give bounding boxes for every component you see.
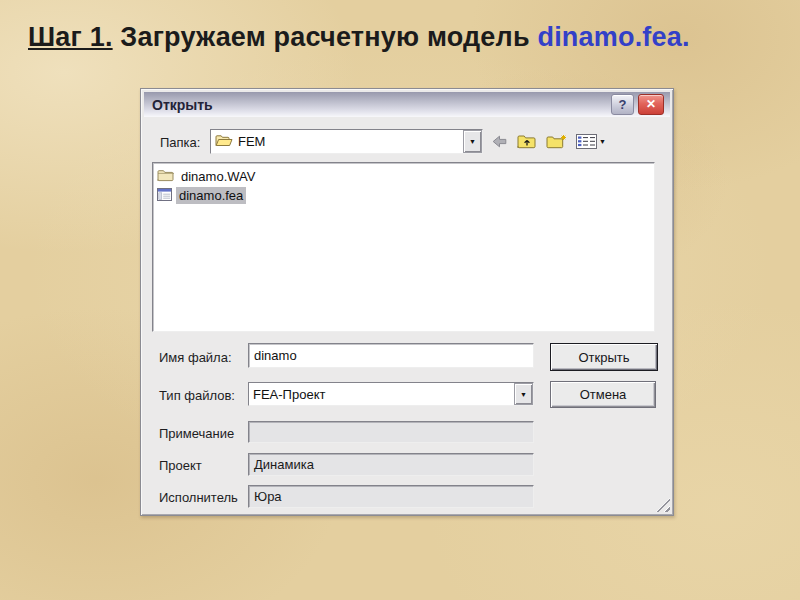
title-text: Загружаем расчетную модель (113, 22, 538, 52)
file-name: dinamo.fea (176, 187, 246, 204)
filetype-combobox[interactable]: FEA-Проект ▼ (248, 382, 534, 406)
folder-label: Папка: (160, 135, 200, 150)
close-button[interactable]: ✕ (638, 94, 664, 115)
help-button[interactable]: ? (611, 94, 634, 115)
back-icon[interactable] (491, 134, 508, 149)
dialog-title: Открыть (144, 97, 611, 113)
filename-input[interactable] (248, 343, 534, 368)
folder-combobox[interactable]: FEM ▼ (210, 129, 483, 154)
new-folder-icon[interactable] (546, 134, 567, 149)
titlebar-buttons: ? ✕ (611, 94, 670, 115)
file-name: dinamo.WAV (178, 168, 258, 185)
project-field: Динамика (248, 453, 534, 476)
page-title: Шаг 1. Загружаем расчетную модель dinamo… (28, 22, 690, 53)
folder-icon (157, 169, 174, 185)
fea-file-icon (157, 188, 172, 204)
project-label: Проект (159, 458, 202, 473)
folder-combobox-body: FEM (211, 130, 463, 153)
filetype-combobox-body: FEA-Проект (249, 383, 514, 405)
file-item-dinamo-wav[interactable]: dinamo.WAV (155, 167, 652, 186)
executor-field: Юра (248, 485, 534, 508)
filetype-label: Тип файлов: (159, 388, 235, 403)
filetype-combobox-value: FEA-Проект (253, 387, 325, 402)
view-menu-icon[interactable]: ▼ (576, 134, 606, 149)
view-menu-arrow-icon: ▼ (599, 138, 606, 145)
folder-combobox-value: FEM (238, 134, 265, 149)
folder-combobox-arrow-icon[interactable]: ▼ (463, 130, 482, 153)
open-button[interactable]: Открыть (550, 343, 658, 371)
file-item-dinamo-fea[interactable]: dinamo.fea (155, 186, 652, 205)
executor-label: Исполнитель (159, 490, 238, 505)
dialog-toolbar: ▼ (491, 129, 606, 154)
title-filename: dinamo.fea. (537, 22, 689, 52)
title-step: Шаг 1. (28, 22, 113, 52)
file-list[interactable]: dinamo.WAV dinamo.fea (152, 162, 655, 332)
cancel-button[interactable]: Отмена (550, 381, 656, 408)
note-field (248, 421, 534, 443)
up-one-level-icon[interactable] (517, 134, 537, 149)
open-file-dialog: Открыть ? ✕ Папка: FEM ▼ ▼ dinamo.WAV di… (140, 88, 674, 516)
filename-label: Имя файла: (159, 350, 232, 365)
filetype-combobox-arrow-icon[interactable]: ▼ (514, 383, 533, 405)
note-label: Примечание (159, 426, 234, 441)
dialog-titlebar[interactable]: Открыть ? ✕ (144, 92, 670, 117)
resize-grip[interactable] (656, 498, 670, 512)
open-folder-icon (215, 134, 233, 150)
